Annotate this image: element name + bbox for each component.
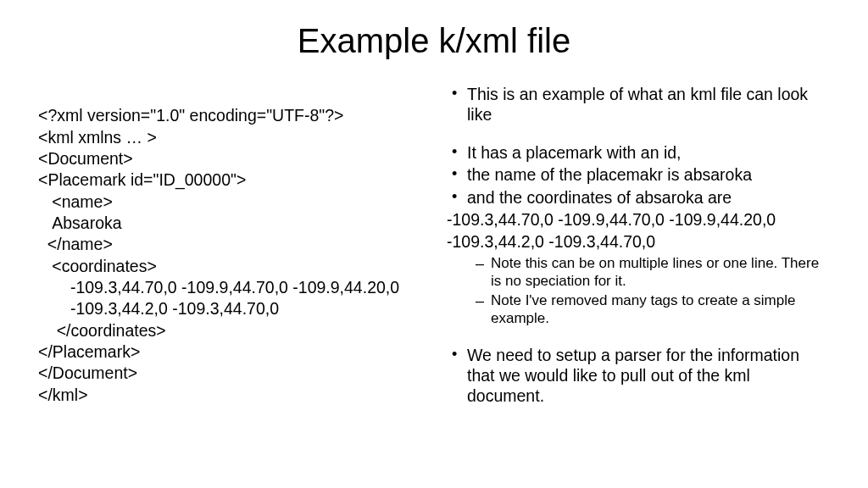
sub-bullet-item: Note this can be on multiple lines or on… [447,254,830,291]
bullet-item: It has a placemark with an id, [447,142,830,163]
code-line: Absaroka [38,214,122,232]
code-line: <Placemark id="ID_00000"> [38,170,246,189]
code-line: <kml xmlns … > [38,128,157,147]
code-line: </Placemark> [38,342,140,361]
code-line: -109.3,44.70,0 -109.9,44.70,0 -109.9,44.… [38,278,399,297]
slide: Example k/xml file <?xml version="1.0" e… [0,0,868,488]
bullet-list: This is an example of what an kml file c… [447,84,830,408]
code-line: -109.3,44.2,0 -109.3,44.70,0 [38,299,279,318]
code-block: <?xml version="1.0" encoding="UTF-8"?> <… [38,84,421,408]
code-line: <coordinates> [38,257,157,275]
content-columns: <?xml version="1.0" encoding="UTF-8"?> <… [38,84,830,408]
code-line: </name> [38,235,113,253]
slide-title: Example k/xml file [38,22,830,60]
coordinate-text: -109.3,44.2,0 -109.3,44.70,0 [447,231,830,252]
bullet-item: This is an example of what an kml file c… [447,84,830,125]
bullet-item: and the coordinates of absaroka are [447,187,830,208]
sub-bullet-item: Note I've removed many tags to create a … [447,291,830,328]
code-line: </Document> [38,363,137,382]
code-line: </coordinates> [38,321,166,340]
code-line: </kml> [38,385,88,404]
code-line: <Document> [38,149,133,168]
coordinate-text: -109.3,44.70,0 -109.9,44.70,0 -109.9,44.… [447,209,830,230]
code-line: <name> [38,192,113,211]
bullet-item: the name of the placemakr is absaroka [447,164,830,185]
code-line: <?xml version="1.0" encoding="UTF-8"?> [38,106,343,125]
bullet-item: We need to setup a parser for the inform… [447,345,830,407]
